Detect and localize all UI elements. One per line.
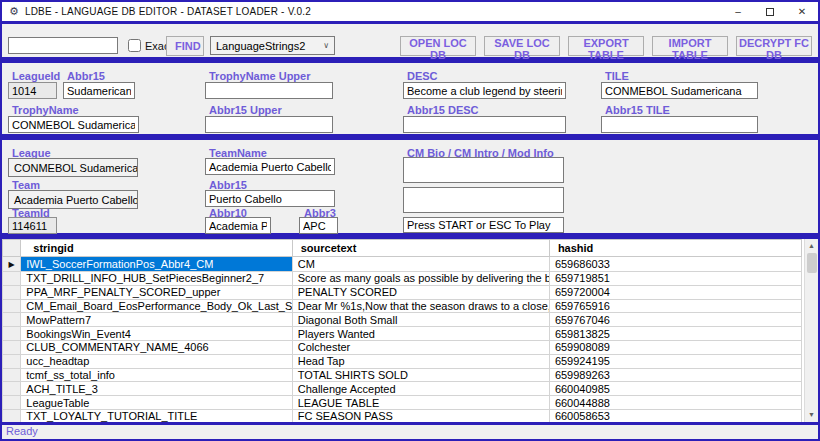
scroll-up-icon[interactable]: ▲ — [805, 239, 818, 253]
teamname-field[interactable] — [205, 158, 335, 175]
find-button[interactable]: FIND — [166, 36, 204, 56]
title-bar: ⚙ LDBE - LANGUAGE DB EDITOR - DATASET LO… — [2, 2, 818, 21]
abbr3-field[interactable] — [299, 217, 338, 234]
close-icon[interactable]: ✕ — [786, 2, 818, 21]
column-header-sourcetext[interactable]: sourcetext — [292, 240, 549, 257]
table-row[interactable]: TXT_LOYALTY_TUTORIAL_TITLEFC SEASON PASS… — [3, 409, 802, 423]
table-row[interactable]: ucc_headtapHead Tap659924195 — [3, 354, 802, 368]
trophyname-upper-field[interactable] — [205, 82, 333, 99]
minimize-icon[interactable]: – — [722, 2, 754, 21]
abbr15-upper-field[interactable] — [205, 116, 333, 133]
abbr15-field[interactable] — [63, 82, 135, 99]
table-row[interactable]: CLUB_COMMENTARY_NAME_4066Colchester65990… — [3, 340, 802, 354]
open-loc-db-button[interactable]: OPEN LOC DB — [400, 36, 476, 56]
league-dropdown[interactable]: CONMEBOL Sudamericana - 1014 ∨ — [8, 158, 138, 177]
table-row[interactable]: tcmf_ss_total_infoTOTAL SHIRTS SOLD65998… — [3, 368, 802, 382]
row-selector-header — [3, 240, 21, 257]
league-dropdown-value: CONMEBOL Sudamericana - 1014 — [14, 162, 138, 174]
abbr15-upper-label: Abbr15 Upper — [209, 104, 282, 116]
vertical-scrollbar[interactable]: ▲ ▼ — [804, 239, 818, 422]
mod-info-field[interactable] — [403, 217, 564, 233]
column-header-hashid[interactable]: hashid — [549, 240, 801, 257]
tile-label: TILE — [605, 70, 629, 82]
export-table-button[interactable]: EXPORT TABLE — [568, 36, 644, 56]
strings-grid-panel: stringid sourcetext hashid ▶ IWL_SoccerF… — [2, 236, 818, 425]
team-dropdown-value: Academia Puerto Cabello - 114611 — [14, 194, 138, 206]
trophyname-upper-label: TrophyName Upper — [209, 70, 310, 82]
abbr15-desc-label: Abbr15 DESC — [407, 104, 479, 116]
table-header-row: stringid sourcetext hashid — [3, 240, 802, 257]
table-select-value: LanguageStrings2 — [216, 40, 305, 52]
desc-label: DESC — [407, 70, 438, 82]
team-abbr15-field[interactable] — [205, 190, 335, 207]
tile-field[interactable] — [601, 82, 758, 99]
scrollbar-thumb[interactable] — [807, 253, 817, 273]
strings-table: stringid sourcetext hashid ▶ IWL_SoccerF… — [2, 239, 802, 424]
teamid-field — [8, 217, 57, 234]
save-loc-db-button[interactable]: SAVE LOC DB — [484, 36, 560, 56]
import-table-button[interactable]: IMPORT TABLE — [652, 36, 728, 56]
abbr10-field[interactable] — [205, 217, 271, 234]
cm-intro-field[interactable] — [403, 187, 564, 213]
table-row[interactable]: BookingsWin_Event4Players Wanted65981382… — [3, 327, 802, 341]
current-row-arrow-icon: ▶ — [9, 260, 15, 269]
decrypt-fc-db-button[interactable]: DECRYPT FC DB — [736, 36, 812, 56]
app-icon: ⚙ — [9, 6, 19, 17]
table-row[interactable]: LeagueTableLEAGUE TABLE660044888 — [3, 396, 802, 410]
cm-bio-field[interactable] — [403, 157, 564, 183]
window-title: LDBE - LANGUAGE DB EDITOR - DATASET LOAD… — [25, 6, 311, 17]
league-fields-panel: LeagueId Abbr15 TrophyName Upper DESC TI… — [2, 60, 818, 137]
table-row[interactable]: ▶ IWL_SoccerFormationPos_Abbr4_CMCM65968… — [3, 257, 802, 272]
table-row[interactable]: TXT_DRILL_INFO_HUB_SetPiecesBeginner2_7S… — [3, 272, 802, 286]
trophyname-field[interactable] — [8, 116, 139, 133]
scroll-down-icon[interactable]: ▼ — [805, 408, 818, 422]
toolbar-panel: Exact FIND LanguageStrings2 ∨ OPEN LOC D… — [2, 21, 818, 60]
status-bar: Ready — [2, 425, 818, 439]
trophyname-label: TrophyName — [12, 104, 79, 116]
leagueid-label: LeagueId — [12, 70, 60, 82]
table-row[interactable]: CM_Email_Board_EosPerformance_Body_Ok_La… — [3, 299, 802, 313]
app-window: ⚙ LDBE - LANGUAGE DB EDITOR - DATASET LO… — [0, 0, 820, 441]
team-fields-panel: League CONMEBOL Sudamericana - 1014 ∨ Te… — [2, 137, 818, 236]
window-controls: – ✕ — [722, 2, 818, 21]
table-row[interactable]: PPA_MRF_PENALTY_SCORED_upperPENALTY SCOR… — [3, 285, 802, 299]
status-text: Ready — [6, 425, 38, 437]
table-row[interactable]: ACH_TITLE_3Challenge Accepted660040985 — [3, 382, 802, 396]
column-header-stringid[interactable]: stringid — [21, 240, 292, 257]
abbr15-label: Abbr15 — [67, 70, 105, 82]
search-input[interactable] — [8, 37, 118, 54]
abbr15-tile-field[interactable] — [601, 116, 758, 133]
abbr15-desc-field[interactable] — [403, 116, 566, 133]
exact-checkbox[interactable] — [128, 39, 141, 52]
table-select-dropdown[interactable]: LanguageStrings2 ∨ — [210, 36, 335, 55]
maximize-icon[interactable] — [754, 2, 786, 21]
table-row[interactable]: MowPattern7Diagonal Both Small659767046 — [3, 313, 802, 327]
chevron-down-icon: ∨ — [323, 41, 329, 50]
desc-field[interactable] — [403, 82, 566, 99]
db-button-group: OPEN LOC DB SAVE LOC DB EXPORT TABLE IMP… — [400, 36, 812, 56]
leagueid-field — [8, 82, 57, 99]
abbr15-tile-label: Abbr15 TILE — [605, 104, 670, 116]
